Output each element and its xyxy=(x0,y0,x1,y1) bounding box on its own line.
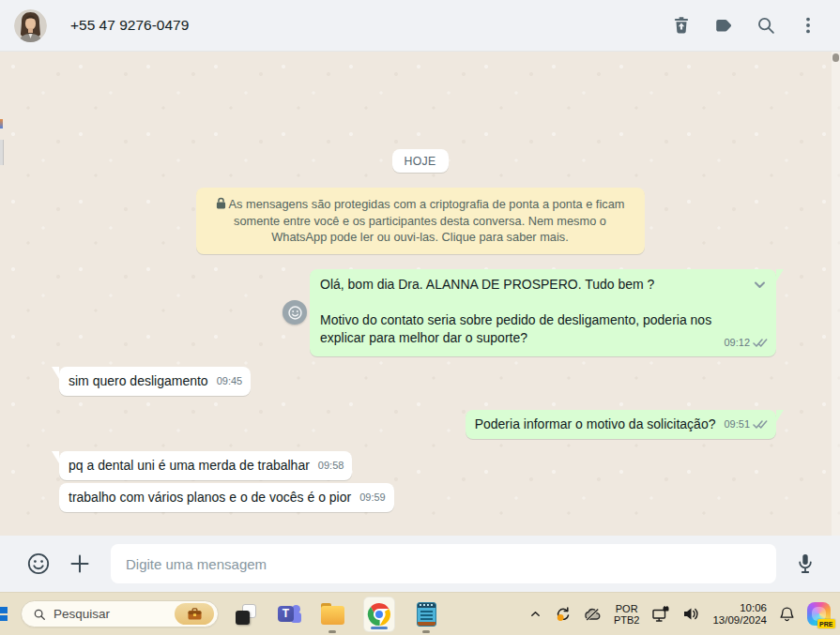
label-button[interactable] xyxy=(712,14,735,37)
background-window-sliver xyxy=(0,140,4,165)
menu-button[interactable] xyxy=(797,14,819,37)
copilot-button[interactable]: PRE xyxy=(807,602,831,626)
emoji-picker-button[interactable] xyxy=(24,550,53,578)
delete-chat-button[interactable] xyxy=(670,14,693,37)
clock-time: 10:06 xyxy=(712,602,767,614)
search-icon xyxy=(756,15,776,36)
encryption-notice-banner[interactable]: As mensagens são protegidas com a cripto… xyxy=(196,188,645,254)
tray-chevron-button[interactable] xyxy=(529,608,542,620)
emoji-smiley-icon xyxy=(26,552,51,576)
attach-button[interactable] xyxy=(66,550,94,578)
message-bubble-incoming[interactable]: trabalho com vários planos e o de vocês … xyxy=(59,483,394,512)
ethernet-monitor-icon xyxy=(651,606,670,623)
voice-record-button[interactable] xyxy=(791,550,819,578)
app-icon-desktop-preview[interactable] xyxy=(234,602,258,627)
message-bubble-outgoing[interactable]: Olá, bom dia Dra. ALANNA DE PROSPERO. Tu… xyxy=(310,269,776,356)
app-icon-teams[interactable]: T xyxy=(277,602,301,627)
language-indicator[interactable]: POR PTB2 xyxy=(614,603,640,626)
message-text: Olá, bom dia Dra. ALANNA DE PROSPERO. Tu… xyxy=(320,276,757,347)
date-badge: HOJE xyxy=(392,149,449,173)
message-time: 09:59 xyxy=(359,489,386,506)
briefcase-icon xyxy=(187,607,203,621)
message-time: 09:45 xyxy=(217,372,243,390)
trash-up-arrow-icon xyxy=(671,15,692,36)
search-button[interactable] xyxy=(755,14,777,37)
app-icon-chrome-active[interactable] xyxy=(363,597,395,632)
search-highlight-badge[interactable] xyxy=(175,603,214,625)
header-actions xyxy=(670,14,819,37)
message-meta: 09:51 xyxy=(724,416,768,433)
taskbar-clock[interactable]: 10:06 13/09/2024 xyxy=(712,602,767,627)
avatar-portrait xyxy=(14,9,47,42)
message-text: pq a dental uni é uma merda de trabalhar xyxy=(69,457,310,475)
volume-button[interactable] xyxy=(682,606,700,622)
background-window-sliver xyxy=(0,119,3,129)
double-check-icon xyxy=(753,419,768,430)
microphone-icon xyxy=(794,552,817,576)
lock-icon xyxy=(216,197,226,209)
message-bubble-incoming[interactable]: pq a dental uni é uma merda de trabalhar… xyxy=(59,451,352,480)
message-time: 09:12 xyxy=(724,334,750,352)
language-line1: POR xyxy=(614,603,640,614)
taskbar-apps: T xyxy=(234,593,438,635)
speaker-icon xyxy=(682,606,700,622)
app-icon-file-explorer[interactable] xyxy=(320,602,344,627)
message-text: Poderia informar o motivo da solicitação… xyxy=(475,416,716,433)
message-time: 09:58 xyxy=(318,457,344,475)
contact-avatar[interactable] xyxy=(14,9,47,42)
chat-scrollbar-track xyxy=(832,52,840,536)
double-check-icon xyxy=(753,338,768,348)
message-time: 09:51 xyxy=(724,416,750,433)
message-composer xyxy=(0,536,840,592)
bell-icon xyxy=(779,606,795,623)
notifications-button[interactable] xyxy=(779,606,795,623)
search-icon xyxy=(33,608,46,621)
label-tag-icon xyxy=(713,15,734,36)
system-tray: POR PTB2 xyxy=(529,602,840,627)
start-button-partial[interactable] xyxy=(0,607,8,621)
chat-message-area: HOJE As mensagens são protegidas com a c… xyxy=(0,52,840,536)
clock-date: 13/09/2024 xyxy=(712,614,767,627)
chat-scrollbar-thumb[interactable] xyxy=(832,53,839,62)
chat-header: +55 47 9276-0479 xyxy=(0,0,840,52)
message-meta: 09:12 xyxy=(724,334,768,352)
encryption-notice-text: As mensagens são protegidas com a cripto… xyxy=(229,197,625,244)
message-text: sim quero desligamento xyxy=(69,372,208,390)
kebab-menu-icon xyxy=(798,15,818,36)
message-bubble-outgoing[interactable]: Poderia informar o motivo da solicitação… xyxy=(466,410,776,439)
chrome-icon xyxy=(367,602,391,627)
desktop-screen: +55 47 9276-0479 xyxy=(0,0,840,635)
taskbar-search[interactable] xyxy=(21,600,219,627)
message-options-chevron-icon[interactable] xyxy=(751,276,769,298)
message-text: trabalho com vários planos e o de vocês … xyxy=(69,489,351,506)
smiley-icon xyxy=(287,305,303,321)
network-status-button[interactable] xyxy=(651,606,670,623)
plus-icon xyxy=(69,552,91,575)
language-line2: PTB2 xyxy=(614,614,640,626)
emoji-react-button[interactable] xyxy=(283,300,307,325)
sync-arrows-icon xyxy=(554,605,572,623)
chevron-up-icon xyxy=(529,608,542,620)
copilot-pre-badge: PRE xyxy=(817,619,835,628)
taskbar-search-input[interactable] xyxy=(53,607,175,621)
message-bubble-incoming[interactable]: sim quero desligamento 09:45 xyxy=(59,367,251,396)
app-icon-notepad[interactable] xyxy=(414,602,438,627)
tray-cloud-paused-button[interactable] xyxy=(584,607,602,622)
contact-phone-title[interactable]: +55 47 9276-0479 xyxy=(70,17,189,34)
message-input[interactable] xyxy=(111,544,776,583)
windows-taskbar: T xyxy=(0,592,840,635)
tray-sync-button[interactable] xyxy=(554,605,572,623)
cloud-slash-icon xyxy=(584,607,602,622)
